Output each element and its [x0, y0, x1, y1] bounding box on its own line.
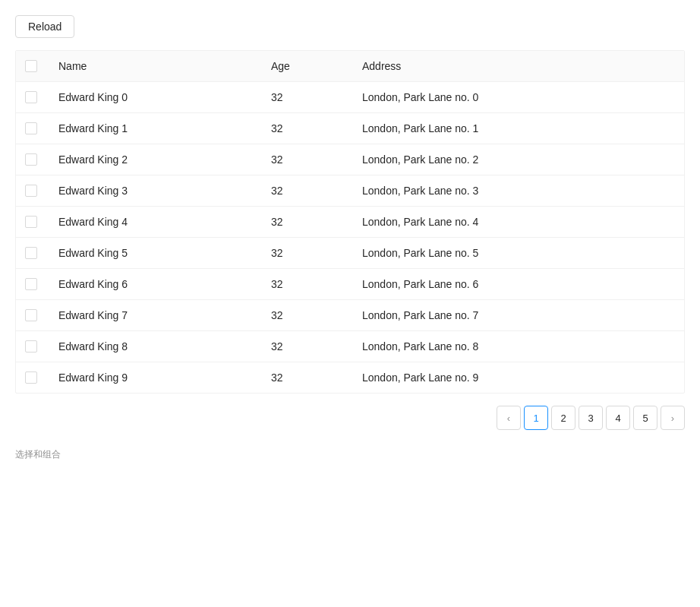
row-name: Edward King 8	[46, 331, 259, 362]
row-name: Edward King 7	[46, 300, 259, 331]
row-checkbox-cell	[16, 300, 46, 331]
table-row: Edward King 8 32 London, Park Lane no. 8	[16, 331, 684, 362]
table-row: Edward King 3 32 London, Park Lane no. 3	[16, 175, 684, 207]
row-age: 32	[259, 113, 350, 144]
row-checkbox-1[interactable]	[25, 122, 37, 134]
row-address: London, Park Lane no. 2	[350, 144, 684, 175]
table-row: Edward King 5 32 London, Park Lane no. 5	[16, 238, 684, 269]
row-age: 32	[259, 269, 350, 300]
row-address: London, Park Lane no. 8	[350, 331, 684, 362]
header-address: Address	[350, 51, 684, 82]
table-row: Edward King 6 32 London, Park Lane no. 6	[16, 269, 684, 300]
row-checkbox-cell	[16, 175, 46, 207]
table-row: Edward King 9 32 London, Park Lane no. 9	[16, 362, 684, 394]
row-checkbox-cell	[16, 113, 46, 144]
pagination: ‹ 12345 ›	[15, 394, 685, 442]
table-row: Edward King 1 32 London, Park Lane no. 1	[16, 113, 684, 144]
table-row: Edward King 2 32 London, Park Lane no. 2	[16, 144, 684, 175]
row-address: London, Park Lane no. 0	[350, 82, 684, 113]
row-name: Edward King 0	[46, 82, 259, 113]
data-table: Name Age Address Edward King 0 32 London…	[15, 50, 685, 394]
table-row: Edward King 7 32 London, Park Lane no. 7	[16, 300, 684, 331]
footer-text: 选择和组合	[15, 448, 685, 461]
row-checkbox-cell	[16, 331, 46, 362]
row-checkbox-9[interactable]	[25, 371, 37, 384]
row-checkbox-cell	[16, 238, 46, 269]
row-checkbox-7[interactable]	[25, 309, 37, 321]
page-button-4[interactable]: 4	[606, 406, 630, 430]
row-age: 32	[259, 362, 350, 394]
row-checkbox-2[interactable]	[25, 153, 37, 166]
page-button-3[interactable]: 3	[579, 406, 603, 430]
table-header: Name Age Address	[16, 51, 684, 82]
row-checkbox-cell	[16, 82, 46, 113]
row-age: 32	[259, 300, 350, 331]
row-address: London, Park Lane no. 9	[350, 362, 684, 394]
row-address: London, Park Lane no. 5	[350, 238, 684, 269]
row-age: 32	[259, 82, 350, 113]
page-button-1[interactable]: 1	[524, 406, 548, 430]
row-age: 32	[259, 331, 350, 362]
row-address: London, Park Lane no. 4	[350, 207, 684, 238]
header-age: Age	[259, 51, 350, 82]
header-name: Name	[46, 51, 259, 82]
row-address: London, Park Lane no. 3	[350, 175, 684, 207]
row-age: 32	[259, 144, 350, 175]
row-checkbox-5[interactable]	[25, 247, 37, 259]
row-age: 32	[259, 238, 350, 269]
row-checkbox-4[interactable]	[25, 216, 37, 228]
page-button-2[interactable]: 2	[551, 406, 575, 430]
row-checkbox-cell	[16, 144, 46, 175]
row-checkbox-6[interactable]	[25, 278, 37, 290]
row-name: Edward King 6	[46, 269, 259, 300]
header-checkbox[interactable]	[25, 60, 37, 72]
row-address: London, Park Lane no. 1	[350, 113, 684, 144]
row-checkbox-cell	[16, 362, 46, 394]
row-checkbox-8[interactable]	[25, 340, 37, 353]
table-row: Edward King 4 32 London, Park Lane no. 4	[16, 207, 684, 238]
row-checkbox-0[interactable]	[25, 91, 37, 103]
row-checkbox-3[interactable]	[25, 185, 37, 197]
header-checkbox-col	[16, 51, 46, 82]
row-name: Edward King 2	[46, 144, 259, 175]
next-page-button[interactable]: ›	[661, 406, 685, 430]
row-checkbox-cell	[16, 207, 46, 238]
reload-button[interactable]: Reload	[15, 15, 74, 38]
prev-page-button[interactable]: ‹	[497, 406, 521, 430]
row-checkbox-cell	[16, 269, 46, 300]
row-name: Edward King 3	[46, 175, 259, 207]
table-row: Edward King 0 32 London, Park Lane no. 0	[16, 82, 684, 113]
row-age: 32	[259, 207, 350, 238]
row-name: Edward King 9	[46, 362, 259, 394]
row-age: 32	[259, 175, 350, 207]
row-name: Edward King 5	[46, 238, 259, 269]
page-button-5[interactable]: 5	[633, 406, 657, 430]
row-address: London, Park Lane no. 7	[350, 300, 684, 331]
row-address: London, Park Lane no. 6	[350, 269, 684, 300]
row-name: Edward King 1	[46, 113, 259, 144]
row-name: Edward King 4	[46, 207, 259, 238]
